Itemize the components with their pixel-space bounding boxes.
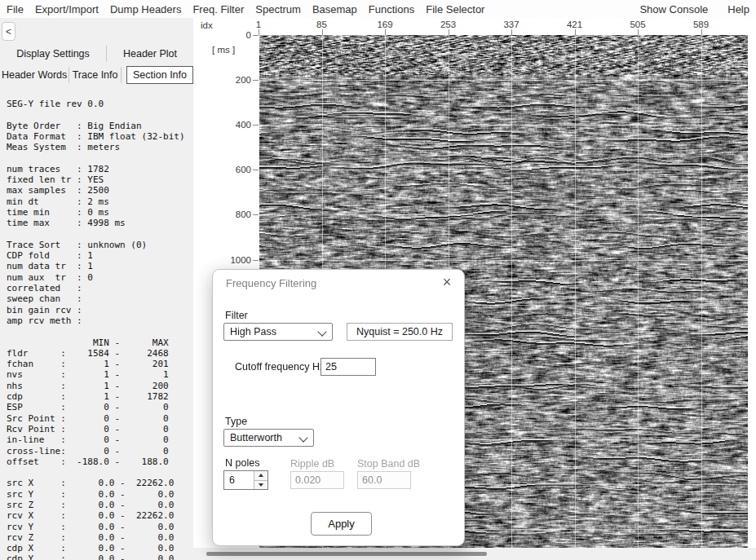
x-tick-label: 337	[503, 20, 519, 29]
cutoff-frequency-label: Cutoff frequency Hz	[235, 361, 325, 373]
x-tick-label: 589	[693, 20, 709, 29]
type-select[interactable]: Butterworth	[223, 429, 314, 447]
npoles-label: N poles	[225, 457, 259, 469]
menu-item-basemap[interactable]: Basemap	[312, 3, 357, 15]
y-tick-label: 600	[219, 165, 251, 174]
y-tick-label: 800	[219, 209, 251, 219]
filter-select-value: High Pass	[230, 326, 276, 337]
nyquist-readout: Nyquist = 250.0 Hz	[347, 323, 453, 341]
x-tick-mark	[575, 29, 576, 35]
y-tick-mark	[253, 260, 259, 261]
x-tick-label: 169	[377, 20, 392, 29]
type-select-value: Butterworth	[230, 432, 282, 443]
stepper-buttons	[254, 471, 267, 489]
npoles-stepper[interactable]: 6	[223, 470, 268, 490]
filter-label: Filter	[225, 310, 248, 321]
y-tick-mark	[253, 170, 259, 170]
tab-section-info[interactable]: Section Info	[126, 66, 193, 84]
stopband-input: 60.0	[357, 471, 411, 489]
menu-item-export-import[interactable]: Export/Import	[35, 3, 99, 15]
ripple-label: Ripple dB	[290, 458, 334, 470]
x-tick-label: 505	[630, 20, 645, 29]
menu-item-show-console[interactable]: Show Console	[639, 3, 708, 15]
x-tick-mark	[638, 29, 639, 35]
y-axis-title: [ ms ]	[212, 45, 235, 55]
filter-select[interactable]: High Pass	[223, 323, 333, 341]
menu-item-dump-headers[interactable]: Dump Headers	[110, 3, 181, 15]
arrow-down-icon	[259, 483, 263, 487]
menu-items-right: Show ConsoleHelp	[639, 3, 756, 15]
menu-item-spectrum[interactable]: Spectrum	[255, 3, 301, 15]
tab-header-plot[interactable]: Header Plot	[107, 48, 193, 60]
stopband-label: Stop Band dB	[357, 458, 420, 470]
y-tick-label: 200	[219, 75, 251, 85]
menu-item-help[interactable]: Help	[727, 3, 749, 15]
apply-button[interactable]: Apply	[311, 512, 372, 536]
x-tick-mark	[385, 29, 386, 35]
menu-bar: FileExport/ImportDump HeadersFreq. Filte…	[0, 0, 756, 19]
x-tick-mark	[511, 29, 512, 35]
horizontal-scrollbar-thumb[interactable]	[206, 552, 487, 556]
menu-item-file-selector[interactable]: File Selector	[426, 3, 484, 15]
menu-item-file[interactable]: File	[7, 3, 24, 15]
y-tick-mark	[253, 35, 259, 36]
cutoff-frequency-input[interactable]: 25	[321, 358, 376, 376]
x-tick-label: 421	[567, 20, 582, 29]
x-tick-label: 253	[440, 20, 456, 29]
y-tick-label: 0	[219, 30, 251, 40]
chevron-down-icon	[317, 327, 326, 336]
stepper-down-button[interactable]	[254, 481, 267, 490]
y-tick-label: 1000	[219, 255, 251, 265]
menu-item-functions[interactable]: Functions	[369, 3, 414, 15]
arrow-up-icon	[259, 474, 263, 477]
stepper-up-button[interactable]	[254, 471, 267, 481]
tab-row-1: Display Settings Header Plot	[0, 44, 193, 64]
chevron-down-icon	[298, 433, 307, 442]
frequency-filtering-dialog: Frequency Filtering × Filter High Pass N…	[212, 269, 465, 546]
x-tick-mark	[701, 29, 702, 35]
x-axis-title: idx	[201, 20, 213, 30]
left-panel: < Display Settings Header Plot Header Wo…	[0, 18, 193, 560]
y-tick-mark	[253, 214, 259, 215]
y-tick-label: 400	[219, 120, 251, 130]
close-icon[interactable]: ×	[438, 273, 456, 291]
tab-header-words[interactable]: Header Words	[0, 69, 69, 81]
x-tick-mark	[449, 29, 449, 35]
menu-items-left: FileExport/ImportDump HeadersFreq. Filte…	[0, 3, 484, 15]
tab-row-2: Header Words Trace Info Section Info	[0, 64, 193, 86]
x-tick-mark	[259, 29, 259, 35]
npoles-value: 6	[224, 471, 254, 489]
x-tick-label: 1	[256, 20, 261, 29]
y-tick-mark	[253, 80, 259, 81]
y-tick-mark	[253, 125, 259, 126]
type-label: Type	[225, 416, 247, 427]
x-tick-label: 85	[316, 20, 327, 29]
menu-item-freq-filter[interactable]: Freq. Filter	[192, 3, 244, 15]
dialog-title: Frequency Filtering	[226, 277, 316, 289]
collapse-panel-button[interactable]: <	[2, 22, 15, 41]
tab-display-settings[interactable]: Display Settings	[0, 48, 106, 60]
section-info-text: SEG-Y file rev 0.0 Byte Order : Big Endi…	[7, 99, 190, 560]
segy-viewer-window: FileExport/ImportDump HeadersFreq. Filte…	[0, 0, 756, 560]
ripple-input: 0.020	[290, 471, 344, 489]
x-tick-mark	[322, 29, 323, 35]
tab-separator	[121, 67, 122, 83]
tab-trace-info[interactable]: Trace Info	[69, 69, 121, 81]
